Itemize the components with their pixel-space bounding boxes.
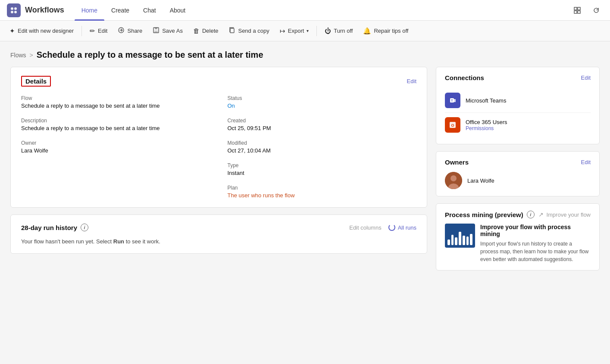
details-edit-link[interactable]: Edit — [407, 78, 416, 84]
save-as-button[interactable]: Save As — [148, 24, 187, 37]
svg-text:T: T — [451, 99, 453, 102]
description-value: Schedule a reply to a message to be sent… — [21, 125, 210, 131]
breadcrumb-current: Schedule a reply to a message to be sent… — [37, 50, 263, 60]
owner-item: Lara Wolfe — [445, 172, 591, 189]
action-toolbar: ✦ Edit with new designer ✏ Edit Share Sa… — [0, 21, 610, 41]
share-button[interactable]: Share — [113, 24, 147, 37]
flow-value: Schedule a reply to a message to be sent… — [21, 103, 210, 109]
copy-icon — [228, 27, 235, 35]
details-grid: Flow Schedule a reply to a message to be… — [21, 95, 416, 199]
edit-new-designer-button[interactable]: ✦ Edit with new designer — [5, 25, 78, 37]
run-history-header: 28-day run history i Edit columns All ru… — [21, 224, 416, 231]
connections-card: Connections Edit T Microsoft Team — [436, 67, 600, 144]
plan-detail: Plan The user who runs the flow — [228, 185, 417, 199]
improve-flow-link[interactable]: ↗ Improve your flow — [538, 211, 591, 218]
office365-conn-info: Office 365 Users Permissions — [466, 119, 507, 131]
owners-header: Owners Edit — [445, 159, 591, 166]
process-mining-header: Process mining (preview) i ↗ Improve you… — [445, 211, 591, 218]
connection-teams: T Microsoft Teams — [445, 88, 591, 113]
nav-item-about[interactable]: About — [163, 0, 193, 21]
run-history-info-icon[interactable]: i — [81, 224, 88, 231]
power-icon: ⏻ — [325, 27, 331, 34]
all-runs-button[interactable]: All runs — [388, 224, 416, 231]
repair-tips-button[interactable]: 🔔 Repair tips off — [359, 25, 413, 37]
nav-item-chat[interactable]: Chat — [136, 0, 163, 21]
created-detail: Created Oct 25, 09:51 PM — [228, 118, 417, 131]
owners-edit-link[interactable]: Edit — [581, 159, 591, 165]
connections-edit-link[interactable]: Edit — [581, 75, 591, 81]
process-mining-card: Process mining (preview) i ↗ Improve you… — [436, 203, 600, 271]
process-mining-subtitle: Improve your flow with process mining — [480, 224, 591, 237]
app-logo — [7, 3, 21, 17]
process-mining-info-icon[interactable]: i — [527, 211, 535, 218]
svg-rect-7 — [578, 11, 580, 13]
pm-bar-5 — [463, 236, 465, 245]
run-history-actions: Edit columns All runs — [349, 224, 416, 231]
designer-icon: ✦ — [9, 27, 15, 35]
svg-rect-10 — [155, 28, 157, 29]
pm-bar-7 — [470, 234, 472, 245]
svg-point-0 — [11, 7, 13, 10]
office365-conn-name: Office 365 Users — [466, 119, 507, 125]
breadcrumb-flows-link[interactable]: Flows — [10, 52, 26, 59]
delete-button[interactable]: 🗑 Delete — [189, 25, 223, 37]
svg-rect-12 — [230, 28, 234, 33]
plan-detail-spacer — [21, 185, 210, 199]
nav-right-actions — [570, 3, 603, 17]
type-label: Type — [228, 162, 417, 168]
top-navigation: Workflows Home Create Chat About — [0, 0, 610, 21]
pm-bar-4 — [459, 232, 461, 245]
teams-conn-info: Microsoft Teams — [466, 97, 506, 104]
export-chevron-icon: ▾ — [307, 28, 309, 33]
run-keyword: Run — [113, 238, 124, 245]
process-mining-thumbnail — [445, 224, 475, 248]
edit-button[interactable]: ✏ Edit — [85, 25, 112, 37]
type-value: Instant — [228, 170, 417, 176]
breadcrumb-separator: > — [30, 52, 33, 59]
process-mining-body: Improve your flow with process mining Im… — [445, 224, 591, 263]
status-label: Status — [228, 95, 417, 101]
modified-value: Oct 27, 10:04 AM — [228, 147, 417, 154]
created-label: Created — [228, 118, 417, 124]
run-history-card: 28-day run history i Edit columns All ru… — [10, 215, 427, 254]
plan-value: The user who runs the flow — [228, 192, 417, 199]
owner-avatar — [445, 172, 462, 189]
owners-title: Owners — [445, 159, 469, 166]
turn-off-button[interactable]: ⏻ Turn off — [320, 25, 357, 37]
owner-name: Lara Wolfe — [467, 177, 494, 184]
bell-icon: 🔔 — [363, 27, 371, 35]
connection-office365: O Office 365 Users Permissions — [445, 113, 591, 137]
status-detail: Status On — [228, 95, 417, 109]
type-detail: Type Instant — [228, 162, 417, 176]
run-history-title-row: 28-day run history i — [21, 224, 88, 231]
owner-label: Owner — [21, 140, 210, 146]
pm-bar-1 — [447, 240, 450, 245]
owner-detail: Owner Lara Wolfe — [21, 140, 210, 154]
description-label: Description — [21, 118, 210, 124]
right-column: Connections Edit T Microsoft Team — [436, 67, 600, 271]
nav-item-create[interactable]: Create — [104, 0, 136, 21]
save-icon — [153, 27, 160, 35]
content-area: Flows > Schedule a reply to a message to… — [0, 41, 610, 279]
send-copy-button[interactable]: Send a copy — [224, 24, 273, 37]
process-mining-text: Improve your flow with process mining Im… — [480, 224, 591, 263]
toolbar-divider-2 — [316, 26, 317, 36]
export-icon: ↦ — [280, 27, 285, 35]
export-button[interactable]: ↦ Export ▾ — [275, 25, 313, 37]
main-columns: Details Edit Flow Schedule a reply to a … — [10, 67, 600, 271]
process-mining-description: Import your flow's run history to create… — [480, 240, 591, 263]
details-card: Details Edit Flow Schedule a reply to a … — [10, 67, 427, 208]
svg-rect-11 — [154, 31, 158, 33]
flow-detail: Flow Schedule a reply to a message to be… — [21, 95, 210, 109]
app-title: Workflows — [25, 6, 64, 15]
left-column: Details Edit Flow Schedule a reply to a … — [10, 67, 427, 271]
connections-title: Connections — [445, 74, 484, 81]
created-value: Oct 25, 09:51 PM — [228, 125, 417, 131]
refresh-spin-icon — [388, 224, 395, 231]
owner-value: Lara Wolfe — [21, 147, 210, 154]
nav-item-home[interactable]: Home — [75, 0, 104, 21]
expand-icon[interactable] — [570, 3, 584, 17]
edit-columns-button[interactable]: Edit columns — [349, 224, 381, 231]
refresh-icon[interactable] — [589, 3, 603, 17]
office365-permission-link[interactable]: Permissions — [466, 125, 507, 131]
